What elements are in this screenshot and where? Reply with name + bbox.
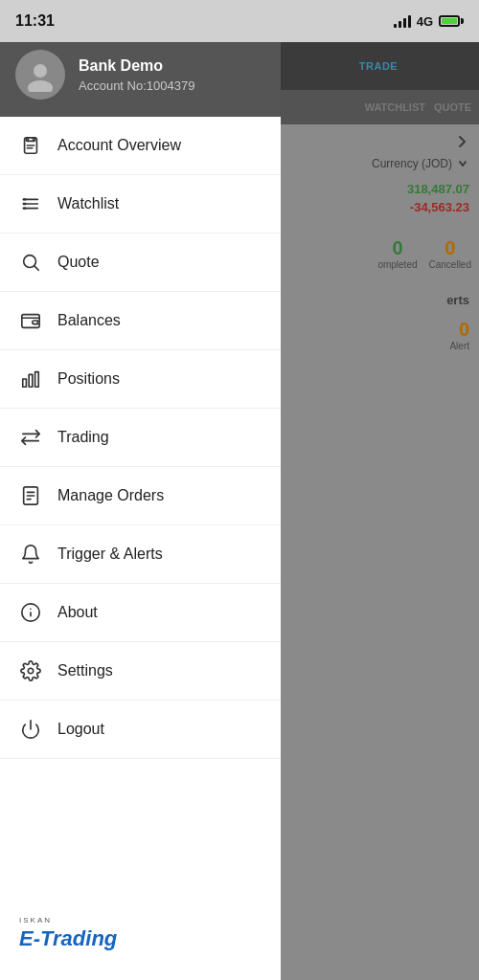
- document-icon: [19, 484, 42, 507]
- svg-rect-18: [23, 379, 27, 387]
- svg-rect-19: [29, 374, 33, 387]
- avatar: [15, 50, 65, 100]
- side-drawer: Bank Demo Account No:1004379 Account Ove…: [0, 0, 281, 980]
- about-label: About: [57, 604, 98, 621]
- search-icon: [19, 251, 42, 274]
- menu-item-balances[interactable]: Balances: [0, 292, 281, 350]
- bar-chart-icon: [19, 368, 42, 390]
- manage-orders-label: Manage Orders: [57, 487, 164, 504]
- menu-item-watchlist[interactable]: Watchlist: [0, 175, 281, 234]
- user-account-no: Account No:1004379: [79, 78, 194, 93]
- bell-icon: [19, 543, 42, 566]
- gear-icon: [19, 659, 42, 682]
- logo-iskan: ISKAN: [19, 916, 52, 924]
- status-time: 11:31: [15, 12, 55, 30]
- trading-label: Trading: [57, 429, 109, 446]
- power-icon: [19, 718, 42, 741]
- menu-item-trigger-alerts[interactable]: Trigger & Alerts: [0, 525, 281, 584]
- menu-item-quote[interactable]: Quote: [0, 234, 281, 292]
- arrows-icon: [19, 426, 42, 449]
- logout-label: Logout: [57, 721, 104, 738]
- menu-item-logout[interactable]: Logout: [0, 701, 281, 759]
- menu-item-trading[interactable]: Trading: [0, 409, 281, 467]
- network-label: 4G: [417, 14, 433, 29]
- balances-label: Balances: [57, 312, 121, 329]
- user-name: Bank Demo: [79, 57, 194, 75]
- logo-etrading: E-Trading: [19, 926, 117, 951]
- battery-icon: [439, 15, 464, 27]
- menu-list: Account Overview Watchlist Quote Balance…: [0, 117, 281, 897]
- user-info: Bank Demo Account No:1004379: [79, 57, 194, 93]
- svg-rect-20: [35, 372, 39, 388]
- signal-icon: [394, 14, 411, 28]
- settings-label: Settings: [57, 662, 113, 679]
- wallet-icon: [19, 309, 42, 332]
- menu-item-manage-orders[interactable]: Manage Orders: [0, 467, 281, 525]
- drawer-footer: ISKAN E-Trading: [0, 897, 281, 980]
- svg-point-1: [28, 80, 53, 92]
- menu-item-positions[interactable]: Positions: [0, 350, 281, 409]
- clipboard-icon: [19, 134, 42, 157]
- trigger-alerts-label: Trigger & Alerts: [57, 546, 163, 563]
- menu-item-settings[interactable]: Settings: [0, 642, 281, 701]
- svg-line-15: [34, 266, 38, 270]
- list-icon: [19, 192, 42, 215]
- menu-item-about[interactable]: About: [0, 584, 281, 642]
- quote-label: Quote: [57, 254, 100, 271]
- status-icons: 4G: [394, 14, 464, 29]
- svg-point-0: [34, 64, 47, 78]
- positions-label: Positions: [57, 370, 120, 388]
- menu-item-account-overview[interactable]: Account Overview: [0, 117, 281, 175]
- account-overview-label: Account Overview: [57, 137, 181, 154]
- watchlist-label: Watchlist: [57, 195, 119, 212]
- svg-point-30: [28, 668, 34, 674]
- info-icon: [19, 601, 42, 624]
- status-bar: 11:31 4G: [0, 0, 479, 42]
